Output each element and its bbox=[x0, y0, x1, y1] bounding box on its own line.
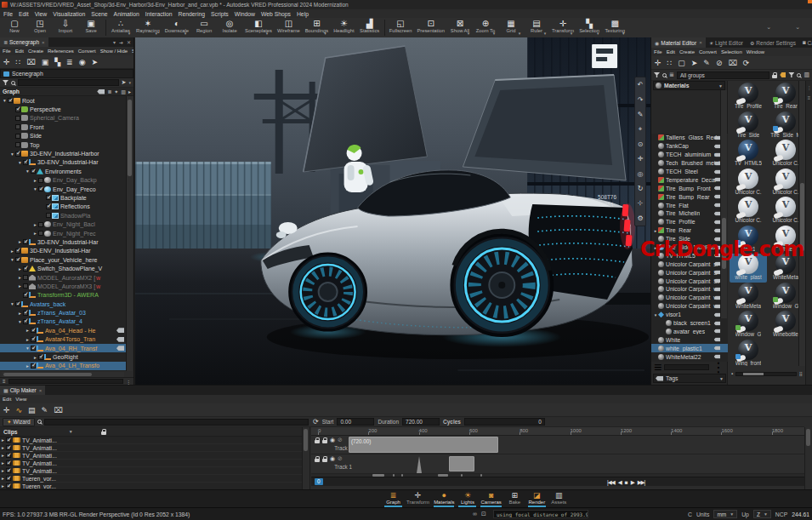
visibility-checkbox[interactable] bbox=[15, 249, 20, 254]
visibility-checkbox[interactable] bbox=[15, 257, 20, 262]
list-icon[interactable]: ≡ bbox=[654, 360, 662, 375]
expand-arrow-icon[interactable]: ▾ bbox=[17, 319, 23, 324]
expand-arrow-icon[interactable]: ▸ bbox=[0, 468, 6, 473]
tags-section-header[interactable]: Tags ▼ bbox=[653, 374, 726, 383]
visibility-checkbox[interactable] bbox=[23, 319, 28, 324]
go-to-start-button[interactable]: |◀◀ bbox=[607, 479, 615, 486]
paint-icon[interactable]: ✎ bbox=[703, 57, 710, 69]
tag-icon[interactable] bbox=[97, 89, 105, 94]
rotate-icon[interactable]: ↻ bbox=[638, 185, 644, 192]
select-materials-icon[interactable]: ▢ bbox=[678, 57, 685, 69]
menu-view[interactable]: View bbox=[35, 11, 48, 17]
expand-arrow-icon[interactable]: ▸ bbox=[0, 460, 6, 466]
refresh-icon[interactable]: ⟳ bbox=[313, 418, 319, 426]
visibility-checkbox[interactable] bbox=[38, 178, 43, 183]
material-item-tire-bump-front[interactable]: Tire_Bump_Front bbox=[651, 184, 728, 192]
menu-selection[interactable]: Selection bbox=[721, 49, 742, 54]
tree-item-place-your-vehicle-here[interactable]: ▾Place_your_Vehicle_here bbox=[0, 255, 126, 264]
tree-item-env-day-backp[interactable]: ▸Env_Day_Backp bbox=[0, 176, 126, 185]
filter-options-icon[interactable]: ⋮ bbox=[126, 379, 131, 385]
expand-arrow-icon[interactable]: ▾ bbox=[32, 186, 38, 191]
expand-arrow-icon[interactable]: ▸ bbox=[17, 283, 23, 289]
module-assets[interactable]: ▥Assets bbox=[550, 491, 568, 507]
tag-icon[interactable] bbox=[714, 338, 721, 342]
open-button[interactable]: ◳Open bbox=[27, 19, 53, 33]
visibility-checkbox[interactable] bbox=[23, 266, 28, 271]
tree-item-transform3d-awera[interactable]: Transform3D - AWERA bbox=[0, 291, 126, 300]
tree-item-env-night-prec[interactable]: ▸Env_Night_Prec bbox=[0, 229, 126, 237]
target-icon[interactable]: ⌖ bbox=[639, 125, 643, 133]
zoom-to-button[interactable]: ⊕Zoom To▾ bbox=[473, 19, 498, 33]
visibility-checkbox[interactable] bbox=[31, 337, 36, 342]
stop-button[interactable]: ■ bbox=[625, 479, 627, 485]
add-clip-icon[interactable]: ✛ bbox=[3, 404, 10, 416]
add-material-icon[interactable]: ✛ bbox=[655, 57, 662, 69]
list-icon[interactable]: ≡ bbox=[3, 379, 6, 384]
material-item-tv-html5[interactable]: TV_HTML5 bbox=[651, 251, 728, 260]
favorites-icon[interactable]: ✦ bbox=[114, 89, 118, 94]
tree-item-avatars-back[interactable]: ▾Avatars_back bbox=[0, 300, 126, 308]
visibility-checkbox[interactable] bbox=[8, 98, 13, 103]
isolate-button[interactable]: ◎Isolate bbox=[217, 19, 242, 33]
tree-item-env-night-bacl[interactable]: ▸Env_Night_Bacl bbox=[0, 220, 126, 228]
visibility-checkbox[interactable] bbox=[23, 311, 28, 316]
swatch-tire-profile[interactable]: VTire_Profile bbox=[730, 83, 767, 111]
visibility-checkbox[interactable] bbox=[15, 116, 20, 121]
visibility-checkbox[interactable] bbox=[15, 134, 20, 139]
menu-edit[interactable]: Edit bbox=[15, 49, 24, 54]
card-view-icon[interactable]: ▥ bbox=[803, 71, 809, 78]
tree-item-environments[interactable]: ▾Environments bbox=[0, 167, 126, 175]
swatch-scrollbar[interactable] bbox=[798, 81, 805, 366]
grid-button[interactable]: ▦Grid▾ bbox=[498, 19, 524, 33]
selection-button[interactable]: ▚Selection▾ bbox=[576, 19, 602, 33]
hierarchy-icon[interactable]: ≣ bbox=[66, 56, 73, 68]
menu-edit[interactable]: Edit bbox=[19, 11, 29, 17]
pick-icon[interactable]: ➤ bbox=[92, 56, 99, 68]
filter-icon[interactable] bbox=[788, 72, 794, 77]
render-viewport[interactable]: 508T76 2261 bbox=[135, 37, 650, 385]
material-item-visor1[interactable]: ▾visor1 bbox=[651, 311, 728, 319]
tree-item-model-auroramx3[interactable]: ▸MODEL_AuroraMX3 [w bbox=[0, 282, 126, 290]
tab-material-editor[interactable]: ◉Material Editor× bbox=[651, 37, 706, 48]
materials-group-selector[interactable]: Materials ▼ bbox=[653, 81, 725, 90]
material-item-avatar-eyes[interactable]: avatar_eyes bbox=[651, 327, 728, 335]
tab-scenegraph[interactable]: ≣ Scenegraph × bbox=[0, 37, 48, 47]
expand-arrow-icon[interactable]: ▸ bbox=[0, 445, 6, 450]
visibility-checkbox[interactable] bbox=[15, 124, 20, 129]
expand-arrow-icon[interactable]: ▸ bbox=[9, 249, 15, 254]
expand-arrow-icon[interactable]: ▸ bbox=[25, 363, 31, 369]
visibility-checkbox[interactable] bbox=[23, 275, 28, 280]
clip-checkbox[interactable] bbox=[6, 437, 11, 443]
tree-item-ztrans-avatar-03[interactable]: ▸zTrans_Avatar_03 bbox=[0, 308, 126, 317]
clip-item-tueren-vor[interactable]: ▸Tueren_vor... bbox=[0, 475, 302, 483]
dots-icon[interactable]: ⋮ bbox=[807, 84, 812, 90]
tab-camera-editor[interactable]: ◙Ca bbox=[799, 37, 812, 48]
menu-file[interactable]: File bbox=[3, 11, 13, 17]
clip-item-tv-animati[interactable]: ▸TV_Animati... bbox=[0, 444, 302, 452]
menu-window[interactable]: Window bbox=[747, 49, 764, 54]
clip-checkbox[interactable] bbox=[6, 453, 11, 458]
material-item-unicolor-carpaint-w[interactable]: Unicolor Carpaint_w bbox=[651, 294, 728, 302]
clip-checkbox[interactable] bbox=[6, 483, 11, 489]
menu-view[interactable]: View bbox=[15, 397, 26, 402]
default-materials-icon[interactable]: ∷ bbox=[667, 57, 673, 69]
expand-arrow-icon[interactable]: ▾ bbox=[9, 301, 15, 306]
scenegraph-vscrollbar[interactable] bbox=[126, 96, 133, 371]
expand-arrow-icon[interactable]: ▾ bbox=[9, 151, 15, 157]
tab-light-editor[interactable]: ☀Light Editor bbox=[706, 37, 747, 48]
expand-arrow-icon[interactable]: ▸ bbox=[0, 483, 6, 489]
tag-icon[interactable] bbox=[116, 337, 124, 342]
visibility-checkbox[interactable] bbox=[23, 293, 28, 298]
swatch-tire-side[interactable]: VTire_Side bbox=[730, 111, 767, 140]
eye-icon[interactable]: ◉ bbox=[330, 455, 335, 462]
tree-item-ava-04-rh-transf[interactable]: ▾Ava_04_RH_Transf bbox=[0, 344, 126, 352]
settings-gear-icon[interactable]: ⚙ bbox=[637, 214, 643, 222]
swatch-whitemeta[interactable]: VWhiteMeta bbox=[730, 283, 767, 311]
material-item-tire-flat[interactable]: Tire_Flat bbox=[651, 201, 728, 209]
tag-icon[interactable] bbox=[714, 321, 721, 325]
filter-icon[interactable] bbox=[3, 80, 9, 85]
clip-item-tueren-vor[interactable]: ▸Tueren_vor... bbox=[0, 483, 302, 489]
structure-icon[interactable]: ≣ bbox=[107, 89, 111, 94]
delete-icon[interactable]: ⌧ bbox=[26, 56, 35, 68]
close-panel-icon[interactable]: ✕ bbox=[127, 39, 131, 45]
